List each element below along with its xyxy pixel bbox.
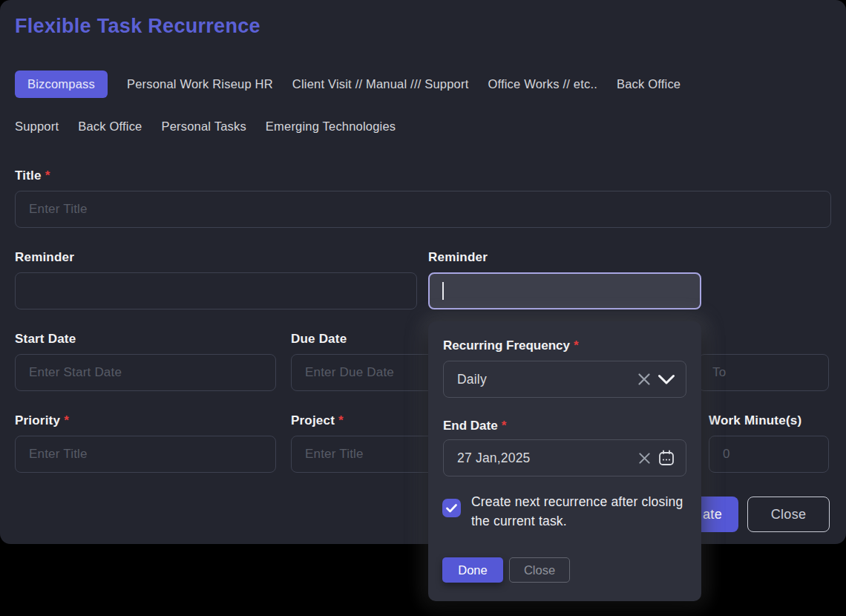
close-button[interactable]: Close [747,497,830,532]
required-asterisk: * [64,413,69,427]
start-date-input[interactable] [15,354,276,391]
tabs-row-1: Bizcompass Personal Work Riseup HR Clien… [15,69,681,99]
reminder-left-label: Reminder [15,250,74,265]
tab-office-works-etc[interactable]: Office Works // etc.. [488,77,597,91]
reminder-right-input[interactable] [428,272,701,309]
recurring-frequency-value: Daily [457,372,637,387]
required-asterisk: * [502,419,507,433]
reminder-left-input[interactable] [15,272,417,309]
tab-emerging-technologies[interactable]: Emerging Technologies [266,119,396,134]
to-input[interactable] [698,354,829,391]
title-label: Title* [15,168,50,183]
tab-personal-tasks[interactable]: Personal Tasks [161,119,246,134]
end-date-picker[interactable]: 27 Jan,2025 [443,439,686,476]
tab-personal-work-riseup-hr[interactable]: Personal Work Riseup HR [127,77,273,91]
recurring-frequency-label: Recurring Frequency* [443,338,579,353]
required-asterisk: * [338,413,344,427]
popup-close-button[interactable]: Close [509,557,570,583]
checkbox-label[interactable]: Create next recurrence after closing the… [471,492,688,531]
project-label: Project* [291,413,344,428]
tab-support[interactable]: Support [15,119,59,134]
clear-icon[interactable] [638,452,651,465]
tab-bizcompass[interactable]: Bizcompass [15,71,108,98]
done-button[interactable]: Done [442,557,503,583]
priority-label: Priority* [15,413,69,428]
tab-client-visit-manual-support[interactable]: Client Visit // Manual /// Support [292,77,469,91]
create-next-recurrence-checkbox[interactable] [442,499,461,517]
end-date-value: 27 Jan,2025 [457,450,638,466]
check-icon [446,504,457,513]
start-date-label: Start Date [15,332,76,347]
work-minutes-label: Work Minute(s) [709,413,801,428]
tab-back-office[interactable]: Back Office [617,77,681,91]
priority-input[interactable] [15,436,276,473]
calendar-icon[interactable] [658,449,675,467]
required-asterisk: * [45,168,50,183]
tabs-row-2: Support Back Office Personal Tasks Emerg… [15,117,396,135]
chevron-down-icon[interactable] [658,374,675,385]
recurrence-popup: Recurring Frequency* Daily End Date* 27 … [428,321,701,601]
due-date-label: Due Date [291,332,347,347]
work-minutes-input[interactable] [709,436,829,473]
recurring-frequency-select[interactable]: Daily [443,361,686,398]
flexible-task-recurrence-modal: Flexible Task Recurrence Bizcompass Pers… [0,0,846,544]
tab-back-office-2[interactable]: Back Office [78,119,142,134]
text-cursor [442,282,444,300]
reminder-right-label: Reminder [428,250,488,265]
page-title: Flexible Task Recurrence [15,15,260,38]
title-input[interactable] [15,191,831,228]
clear-icon[interactable] [637,373,651,386]
required-asterisk: * [574,338,579,353]
end-date-label: End Date* [443,419,506,433]
